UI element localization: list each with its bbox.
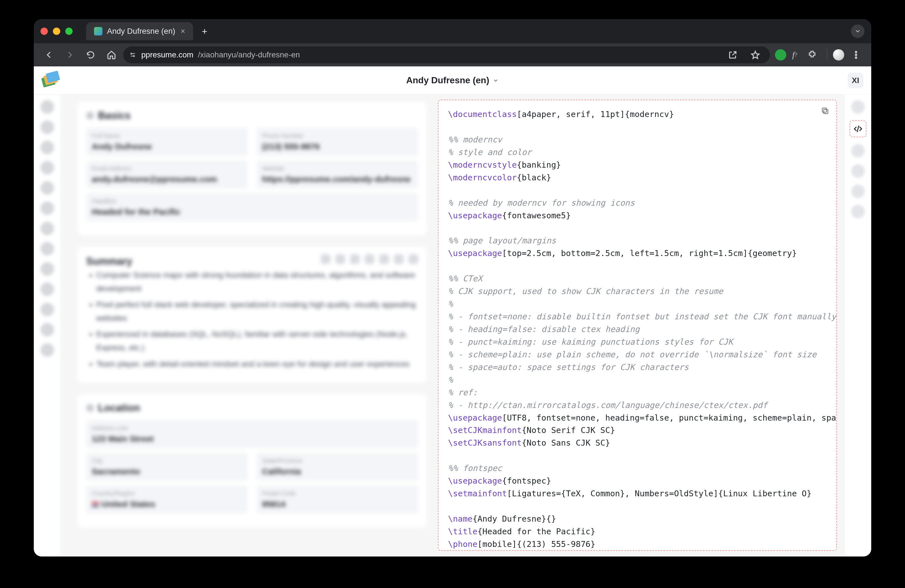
kebab-menu-icon[interactable] (847, 46, 865, 64)
phone-field[interactable]: Phone Number (213) 555-9876 (256, 128, 418, 156)
bold-icon[interactable] (321, 254, 330, 264)
summary-card: Summary (78, 246, 427, 383)
field-value: https://ppresume.com/andy-dufresne (262, 174, 413, 184)
full-name-field[interactable]: Full Name Andy Dufresne (86, 128, 248, 156)
field-label: Email Address (92, 165, 242, 172)
profile-avatar[interactable] (833, 49, 844, 60)
svg-rect-6 (822, 108, 827, 112)
svg-point-3 (855, 54, 857, 55)
nav-item[interactable] (851, 205, 865, 218)
nav-item[interactable] (41, 141, 54, 154)
field-label: Address Line (92, 425, 413, 432)
tab-overflow-button[interactable] (851, 24, 864, 38)
latex-source-panel: \documentclass[a4paper, serif, 11pt]{mod… (438, 100, 837, 551)
nav-item[interactable] (851, 164, 865, 178)
nav-item[interactable] (41, 323, 54, 336)
nav-item[interactable] (41, 242, 54, 255)
field-value: (213) 555-9876 (262, 142, 413, 151)
url-host: ppresume.com (141, 50, 193, 59)
link-icon[interactable] (394, 254, 403, 264)
app-logo[interactable] (42, 73, 57, 88)
basics-card: Basics Full Name Andy Dufresne Phone Num… (78, 102, 427, 235)
strike-icon[interactable] (365, 254, 374, 264)
document-title: Andy Dufresne (en) (406, 75, 489, 86)
maximize-window-button[interactable] (65, 28, 73, 35)
address-bar[interactable]: ppresume.com/xiaohanyu/andy-dufresne-en (123, 46, 770, 63)
field-value: andy.dufresne@ppresume.com (92, 174, 242, 184)
copy-button[interactable] (819, 105, 831, 116)
forward-button[interactable] (61, 46, 79, 64)
url-path: /xiaohanyu/andy-dufresne-en (198, 50, 300, 59)
svg-rect-5 (824, 109, 828, 114)
summary-list[interactable]: Computer Science major with strong found… (86, 268, 418, 371)
nav-item[interactable] (41, 222, 54, 235)
field-label: Full Name (92, 132, 242, 139)
city-field[interactable]: City Sacramento (86, 453, 248, 481)
field-value: Sacramento (92, 467, 242, 476)
svg-point-0 (130, 53, 132, 54)
more-icon[interactable] (409, 254, 418, 264)
close-window-button[interactable] (41, 28, 48, 35)
bookmark-icon[interactable] (746, 46, 764, 64)
italic-icon[interactable] (335, 254, 345, 264)
field-label: Country/Region (92, 490, 242, 497)
nav-item[interactable] (41, 161, 54, 174)
divider (827, 49, 827, 60)
field-label: State/Province (262, 457, 413, 464)
summary-toolbar (321, 254, 418, 264)
nav-item[interactable] (851, 185, 865, 198)
tab-close-icon[interactable]: × (181, 27, 185, 35)
flag-icon (92, 502, 99, 507)
form-column: Basics Full Name Andy Dufresne Phone Num… (78, 95, 427, 556)
browser-tab[interactable]: Andy Dufresne (en) × (86, 22, 193, 40)
field-value: Andy Dufresne (92, 142, 242, 151)
back-button[interactable] (40, 46, 58, 64)
nav-item[interactable] (41, 100, 54, 114)
nav-item[interactable] (41, 282, 54, 296)
browser-window: Andy Dufresne (en) × + ppresume.com/xiao… (34, 19, 871, 556)
latex-code[interactable]: \documentclass[a4paper, serif, 11pt]{mod… (438, 100, 836, 551)
pin-icon (86, 112, 94, 120)
view-code-button[interactable] (849, 120, 867, 137)
nav-item[interactable] (41, 343, 54, 357)
underline-icon[interactable] (350, 254, 360, 264)
new-tab-button[interactable]: + (198, 25, 211, 38)
nav-item[interactable] (41, 303, 54, 316)
home-button[interactable] (102, 46, 121, 64)
pin-icon (86, 404, 94, 412)
location-heading: Location (98, 402, 140, 414)
nav-item[interactable] (41, 120, 54, 134)
headline-field[interactable]: Headline Headed for the Pacific (86, 193, 418, 221)
field-value: Headed for the Pacific (92, 207, 413, 217)
nav-item[interactable] (851, 100, 865, 114)
summary-heading: Summary (86, 255, 132, 267)
location-card: Location Address Line 123 Main Street Ci… (78, 394, 427, 528)
website-field[interactable]: Website https://ppresume.com/andy-dufres… (256, 160, 418, 189)
extensions-icon[interactable] (803, 46, 821, 64)
app-page: Andy Dufresne (en) XI (34, 67, 871, 556)
browser-toolbar: ppresume.com/xiaohanyu/andy-dufresne-en … (34, 43, 871, 67)
minimize-window-button[interactable] (53, 28, 60, 35)
summary-item: Computer Science major with strong found… (96, 268, 418, 295)
toolbar-right: f? (773, 46, 865, 64)
user-badge[interactable]: XI (848, 73, 863, 88)
postal-field[interactable]: Postal Code 95814 (256, 485, 418, 514)
field-label: Website (262, 165, 413, 172)
field-label: Phone Number (262, 132, 413, 139)
nav-item[interactable] (41, 201, 54, 215)
state-field[interactable]: State/Province California (256, 453, 418, 481)
nav-item[interactable] (851, 144, 865, 158)
nav-item[interactable] (41, 262, 54, 276)
open-external-icon[interactable] (724, 46, 742, 64)
list-icon[interactable] (379, 254, 389, 264)
address-field[interactable]: Address Line 123 Main Street (86, 420, 418, 448)
document-title-dropdown[interactable]: Andy Dufresne (en) (406, 75, 499, 86)
site-settings-icon[interactable] (129, 51, 137, 59)
field-label: Headline (92, 198, 413, 205)
reload-button[interactable] (82, 46, 100, 64)
country-field[interactable]: Country/Region United States (86, 485, 248, 514)
extension-badge-2[interactable]: f? (789, 49, 800, 60)
extension-badge-1[interactable] (775, 49, 786, 60)
email-field[interactable]: Email Address andy.dufresne@ppresume.com (86, 160, 248, 189)
nav-item[interactable] (41, 181, 54, 195)
